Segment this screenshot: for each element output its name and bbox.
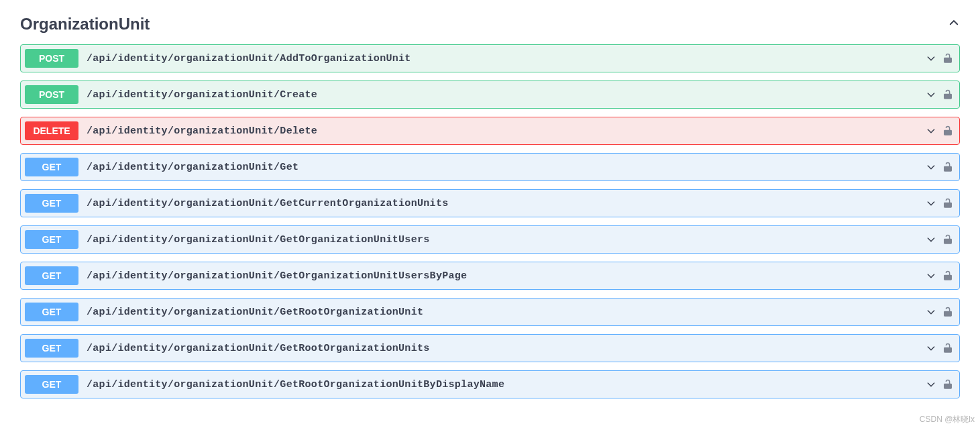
endpoint-actions xyxy=(926,379,952,390)
endpoint-actions xyxy=(926,307,952,317)
lock-icon[interactable] xyxy=(943,307,952,317)
watermark: CSDN @林晓lx xyxy=(920,414,975,419)
chevron-up-icon xyxy=(948,17,960,32)
endpoint-list: POST/api/identity/organizationUnit/AddTo… xyxy=(20,44,960,398)
lock-icon[interactable] xyxy=(943,379,952,390)
method-badge-delete: DELETE xyxy=(25,121,78,140)
lock-icon[interactable] xyxy=(943,343,952,354)
endpoint-row[interactable]: DELETE/api/identity/organizationUnit/Del… xyxy=(20,117,960,145)
method-badge-get: GET xyxy=(25,158,78,176)
endpoint-actions xyxy=(926,343,952,354)
chevron-down-icon[interactable] xyxy=(926,343,936,354)
method-badge-get: GET xyxy=(25,339,78,358)
chevron-down-icon[interactable] xyxy=(926,125,936,136)
section-title: OrganizationUnit xyxy=(20,15,150,34)
endpoint-actions xyxy=(926,53,952,64)
lock-icon[interactable] xyxy=(943,125,952,136)
method-badge-get: GET xyxy=(25,375,78,394)
chevron-down-icon[interactable] xyxy=(926,270,936,281)
chevron-down-icon[interactable] xyxy=(926,162,936,172)
endpoint-path: /api/identity/organizationUnit/GetOrgani… xyxy=(87,234,926,246)
endpoint-row[interactable]: GET/api/identity/organizationUnit/GetRoo… xyxy=(20,370,960,398)
chevron-down-icon[interactable] xyxy=(926,379,936,390)
endpoint-row[interactable]: GET/api/identity/organizationUnit/GetOrg… xyxy=(20,262,960,290)
chevron-down-icon[interactable] xyxy=(926,234,936,245)
method-badge-get: GET xyxy=(25,230,78,249)
endpoint-path: /api/identity/organizationUnit/Delete xyxy=(87,125,926,137)
endpoint-actions xyxy=(926,125,952,136)
endpoint-path: /api/identity/organizationUnit/Get xyxy=(87,162,926,173)
endpoint-row[interactable]: GET/api/identity/organizationUnit/GetCur… xyxy=(20,189,960,217)
chevron-down-icon[interactable] xyxy=(926,198,936,209)
endpoint-path: /api/identity/organizationUnit/GetCurren… xyxy=(87,198,926,209)
lock-icon[interactable] xyxy=(943,89,952,100)
section-header[interactable]: OrganizationUnit xyxy=(20,11,960,44)
endpoint-actions xyxy=(926,162,952,172)
endpoint-row[interactable]: POST/api/identity/organizationUnit/Creat… xyxy=(20,81,960,109)
endpoint-path: /api/identity/organizationUnit/GetRootOr… xyxy=(87,343,926,354)
method-badge-get: GET xyxy=(25,194,78,213)
lock-icon[interactable] xyxy=(943,198,952,209)
endpoint-path: /api/identity/organizationUnit/GetRootOr… xyxy=(87,379,926,390)
method-badge-post: POST xyxy=(25,85,78,104)
endpoint-actions xyxy=(926,234,952,245)
endpoint-actions xyxy=(926,198,952,209)
endpoint-path: /api/identity/organizationUnit/GetOrgani… xyxy=(87,270,926,282)
lock-icon[interactable] xyxy=(943,53,952,64)
method-badge-post: POST xyxy=(25,49,78,68)
endpoint-row[interactable]: POST/api/identity/organizationUnit/AddTo… xyxy=(20,44,960,72)
chevron-down-icon[interactable] xyxy=(926,307,936,317)
endpoint-path: /api/identity/organizationUnit/Create xyxy=(87,89,926,101)
endpoint-path: /api/identity/organizationUnit/GetRootOr… xyxy=(87,307,926,318)
endpoint-row[interactable]: GET/api/identity/organizationUnit/GetRoo… xyxy=(20,334,960,362)
endpoint-actions xyxy=(926,270,952,281)
method-badge-get: GET xyxy=(25,303,78,321)
lock-icon[interactable] xyxy=(943,234,952,245)
endpoint-row[interactable]: GET/api/identity/organizationUnit/GetRoo… xyxy=(20,298,960,326)
endpoint-row[interactable]: GET/api/identity/organizationUnit/GetOrg… xyxy=(20,225,960,254)
endpoint-path: /api/identity/organizationUnit/AddToOrga… xyxy=(87,53,926,64)
lock-icon[interactable] xyxy=(943,162,952,172)
chevron-down-icon[interactable] xyxy=(926,89,936,100)
endpoint-actions xyxy=(926,89,952,100)
chevron-down-icon[interactable] xyxy=(926,53,936,64)
lock-icon[interactable] xyxy=(943,270,952,281)
method-badge-get: GET xyxy=(25,266,78,285)
endpoint-row[interactable]: GET/api/identity/organizationUnit/Get xyxy=(20,153,960,181)
